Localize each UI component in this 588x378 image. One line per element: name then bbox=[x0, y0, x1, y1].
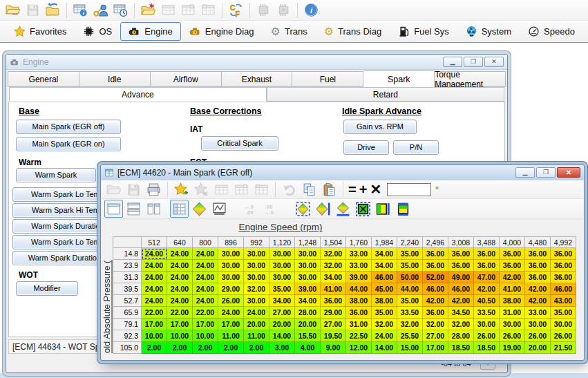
grid-cell[interactable]: 12.00 bbox=[346, 342, 372, 354]
grid-cell[interactable]: 27.00 bbox=[423, 330, 448, 342]
close-button[interactable]: ✕ bbox=[557, 167, 580, 178]
paste-icon[interactable] bbox=[320, 180, 339, 198]
highlight-column-icon[interactable] bbox=[374, 200, 392, 218]
minimize-button[interactable]: ▁ bbox=[443, 57, 462, 67]
grid-cell[interactable]: 28.00 bbox=[295, 307, 321, 319]
warm-spark-button[interactable]: Warm Spark bbox=[16, 168, 96, 182]
grid-cell[interactable]: 36.00 bbox=[474, 248, 500, 260]
grid-cell[interactable]: 30.00 bbox=[269, 248, 295, 260]
grid-cell[interactable]: 30.00 bbox=[295, 272, 321, 283]
tab-airflow[interactable]: Airflow bbox=[151, 71, 222, 87]
grid-cell[interactable]: 22.00 bbox=[142, 307, 167, 319]
grid-cell[interactable]: 46.00 bbox=[551, 283, 576, 295]
grid-cell[interactable]: 36.00 bbox=[321, 295, 346, 307]
grid-cell[interactable]: 36.00 bbox=[474, 260, 500, 272]
open-file-icon[interactable] bbox=[3, 1, 22, 19]
grid-cell[interactable]: 17.00 bbox=[218, 319, 244, 330]
grid-cell[interactable]: 17.00 bbox=[142, 319, 167, 330]
heatmap-color-icon[interactable] bbox=[190, 200, 209, 218]
row-header[interactable]: 39.5 bbox=[113, 283, 142, 295]
tab-general[interactable]: General bbox=[8, 71, 79, 87]
grid-cell[interactable]: 30.00 bbox=[218, 248, 244, 260]
nav-tab-speedo[interactable]: Speedo bbox=[520, 22, 583, 41]
grid-cell[interactable]: 27.00 bbox=[269, 307, 295, 319]
grid-cell[interactable]: 24.00 bbox=[193, 295, 218, 307]
view-table-icon[interactable] bbox=[170, 200, 189, 218]
grid-cell[interactable]: 29.00 bbox=[218, 283, 244, 295]
grid-cell[interactable]: 30.00 bbox=[269, 272, 295, 283]
grid-cell[interactable]: 46.00 bbox=[423, 283, 448, 295]
grid-cell[interactable]: 19.00 bbox=[500, 342, 525, 354]
grid-cell[interactable]: 36.00 bbox=[500, 248, 525, 260]
grid-cell[interactable]: 42.00 bbox=[474, 283, 500, 295]
grid-cell[interactable]: 52.00 bbox=[423, 272, 448, 283]
grid-cell[interactable]: 38.00 bbox=[346, 295, 372, 307]
grid-cell[interactable]: 2.00 bbox=[218, 342, 244, 354]
grid-cell[interactable]: 49.00 bbox=[448, 272, 474, 283]
row-header[interactable]: 79.1 bbox=[113, 319, 142, 330]
grid-cell[interactable]: 24.00 bbox=[193, 283, 218, 295]
grid-cell[interactable]: 22.00 bbox=[167, 307, 193, 319]
grid-cell[interactable]: 32.00 bbox=[244, 283, 269, 295]
grid-cell[interactable]: 36.00 bbox=[551, 260, 576, 272]
print-icon[interactable] bbox=[144, 180, 163, 198]
view-split-vertical-icon[interactable] bbox=[144, 200, 163, 218]
engine-window-titlebar[interactable]: Engine ▁ ❐ ✕ bbox=[6, 55, 507, 70]
grid-cell[interactable]: 24.00 bbox=[167, 283, 193, 295]
row-header[interactable]: 65.9 bbox=[113, 307, 142, 319]
column-header[interactable]: 4,000 bbox=[500, 236, 525, 248]
column-header[interactable]: 1,984 bbox=[372, 236, 397, 248]
license-key-user-icon[interactable] bbox=[91, 1, 110, 19]
grid-cell[interactable]: 33.00 bbox=[346, 260, 372, 272]
grid-cell[interactable]: 10.00 bbox=[193, 330, 218, 342]
column-header[interactable]: 1,248 bbox=[295, 236, 321, 248]
grid-cell[interactable]: 24.00 bbox=[167, 295, 193, 307]
highlight-row-icon[interactable] bbox=[394, 200, 412, 218]
select-row-gradient-icon[interactable] bbox=[334, 200, 352, 218]
math-value-input[interactable] bbox=[387, 183, 431, 196]
vehicle-info-icon[interactable]: i bbox=[71, 1, 90, 19]
view-single-pane-icon[interactable] bbox=[104, 200, 123, 218]
multiply-value-icon[interactable]: ✕ bbox=[370, 182, 381, 196]
grid-cell[interactable]: 41.00 bbox=[321, 283, 346, 295]
grid-cell[interactable]: 24.00 bbox=[142, 295, 167, 307]
grid-cell[interactable]: 44.00 bbox=[346, 283, 372, 295]
grid-cell[interactable]: 18.50 bbox=[448, 342, 474, 354]
row-header[interactable]: 23.9 bbox=[113, 260, 142, 272]
grid-cell[interactable]: 36.00 bbox=[525, 272, 551, 283]
grid-cell[interactable]: 36.00 bbox=[525, 248, 551, 260]
reopen-file-icon[interactable] bbox=[44, 1, 62, 19]
grid-cell[interactable]: 24.00 bbox=[142, 248, 167, 260]
grid-cell[interactable]: 35.00 bbox=[397, 295, 423, 307]
grid-cell[interactable]: 36.00 bbox=[423, 248, 448, 260]
compare-config-icon[interactable]: CF bbox=[227, 1, 245, 19]
column-header[interactable]: 1,504 bbox=[321, 236, 346, 248]
grid-cell[interactable]: 32.00 bbox=[423, 319, 448, 330]
column-header[interactable]: 896 bbox=[218, 236, 244, 248]
vehicle-history-icon[interactable] bbox=[111, 1, 130, 19]
grid-cell[interactable]: 20.00 bbox=[244, 319, 269, 330]
nav-tab-system[interactable]: System bbox=[457, 22, 520, 41]
grid-cell[interactable]: 41.00 bbox=[500, 283, 525, 295]
grid-cell[interactable]: 35.00 bbox=[269, 283, 295, 295]
grid-cell[interactable]: 36.00 bbox=[448, 248, 474, 260]
grid-cell[interactable]: 30.00 bbox=[500, 319, 525, 330]
grid-cell[interactable]: 24.00 bbox=[167, 260, 193, 272]
grid-cell[interactable]: 34.00 bbox=[295, 295, 321, 307]
grid-cell[interactable]: 46.00 bbox=[448, 283, 474, 295]
grid-cell[interactable]: 40.50 bbox=[474, 295, 500, 307]
grid-cell[interactable]: 30.00 bbox=[244, 248, 269, 260]
nav-tab-trans-diag[interactable]: ⚙ Trans Diag bbox=[316, 22, 390, 41]
grid-cell[interactable]: 14.00 bbox=[269, 330, 295, 342]
grid-cell[interactable]: 15.50 bbox=[295, 330, 321, 342]
main-spark-egr-on-button[interactable]: Main Spark (EGR on) bbox=[16, 137, 121, 151]
minimize-button[interactable]: ▁ bbox=[515, 167, 535, 178]
column-header[interactable]: 992 bbox=[244, 236, 269, 248]
grid-cell[interactable]: 32.00 bbox=[372, 319, 397, 330]
grid-cell[interactable]: 17.00 bbox=[193, 319, 218, 330]
grid-cell[interactable]: 28.00 bbox=[448, 330, 474, 342]
grid-cell[interactable]: 20.00 bbox=[525, 342, 551, 354]
grid-cell[interactable]: 11.00 bbox=[244, 330, 269, 342]
column-header[interactable]: 4,480 bbox=[525, 236, 551, 248]
grid-cell[interactable]: 33.00 bbox=[346, 248, 372, 260]
